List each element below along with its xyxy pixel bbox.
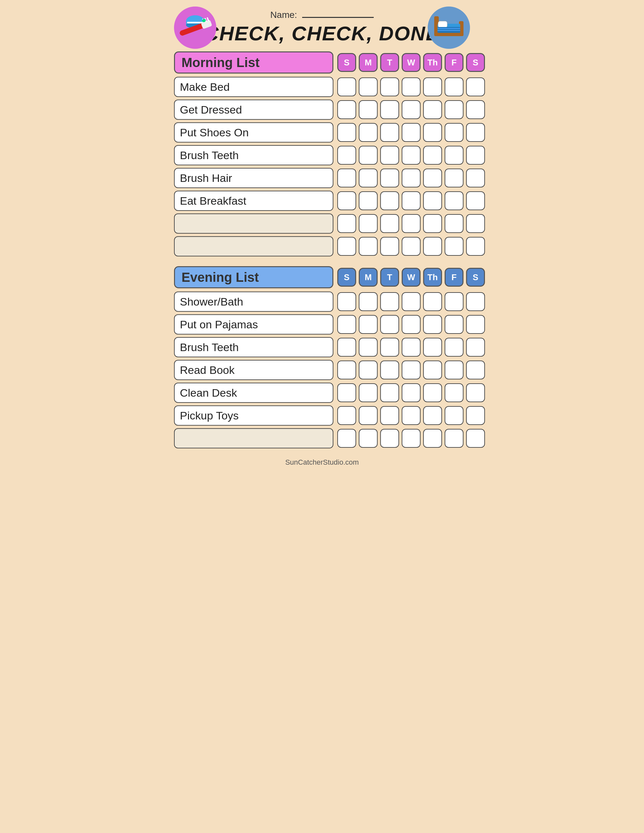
checkbox[interactable] [445, 169, 464, 187]
checkbox[interactable] [423, 338, 442, 357]
checkbox[interactable] [337, 315, 356, 334]
checkbox[interactable] [423, 214, 442, 233]
checkbox[interactable] [401, 146, 421, 165]
checkbox[interactable] [380, 338, 399, 357]
checkbox[interactable] [466, 169, 485, 187]
checkbox[interactable] [359, 123, 377, 142]
checkbox[interactable] [401, 100, 421, 119]
checkbox[interactable] [380, 169, 399, 187]
checkbox[interactable] [359, 383, 377, 402]
checkbox[interactable] [466, 315, 485, 334]
checkbox[interactable] [401, 214, 421, 233]
checkbox[interactable] [445, 77, 464, 96]
checkbox[interactable] [359, 315, 377, 334]
checkbox[interactable] [380, 123, 399, 142]
checkbox[interactable] [337, 360, 356, 380]
checkbox[interactable] [423, 292, 442, 311]
checkbox[interactable] [466, 100, 485, 119]
checkbox[interactable] [423, 77, 442, 96]
checkbox[interactable] [359, 214, 377, 233]
checkbox[interactable] [401, 123, 421, 142]
checkbox[interactable] [401, 429, 421, 448]
checkbox[interactable] [401, 360, 421, 380]
checkbox[interactable] [423, 315, 442, 334]
checkbox[interactable] [445, 360, 464, 380]
checkbox[interactable] [337, 292, 356, 311]
checkbox[interactable] [445, 100, 464, 119]
checkbox[interactable] [423, 100, 442, 119]
checkbox[interactable] [401, 338, 421, 357]
checkbox[interactable] [380, 191, 399, 210]
checkbox[interactable] [445, 429, 464, 448]
checkbox[interactable] [466, 406, 485, 425]
checkbox[interactable] [359, 338, 377, 357]
checkbox[interactable] [380, 383, 399, 402]
checkbox[interactable] [423, 169, 442, 187]
checkbox[interactable] [380, 214, 399, 233]
checkbox[interactable] [337, 429, 356, 448]
checkbox[interactable] [466, 292, 485, 311]
checkbox[interactable] [445, 406, 464, 425]
checkbox[interactable] [445, 292, 464, 311]
checkbox[interactable] [337, 214, 356, 233]
checkbox[interactable] [359, 406, 377, 425]
checkbox[interactable] [401, 292, 421, 311]
checkbox[interactable] [359, 191, 377, 210]
checkbox[interactable] [337, 406, 356, 425]
checkbox[interactable] [380, 360, 399, 380]
checkbox[interactable] [466, 123, 485, 142]
checkbox[interactable] [380, 77, 399, 96]
checkbox[interactable] [445, 191, 464, 210]
checkbox[interactable] [337, 191, 356, 210]
checkbox[interactable] [337, 383, 356, 402]
checkbox[interactable] [445, 315, 464, 334]
checkbox[interactable] [337, 237, 356, 256]
checkbox[interactable] [380, 100, 399, 119]
checkbox[interactable] [401, 77, 421, 96]
checkbox[interactable] [359, 292, 377, 311]
checkbox[interactable] [380, 237, 399, 256]
checkbox[interactable] [337, 77, 356, 96]
checkbox[interactable] [466, 191, 485, 210]
checkbox[interactable] [466, 338, 485, 357]
checkbox[interactable] [423, 383, 442, 402]
checkbox[interactable] [380, 292, 399, 311]
checkbox[interactable] [445, 214, 464, 233]
checkbox[interactable] [401, 315, 421, 334]
checkbox[interactable] [359, 237, 377, 256]
checkbox[interactable] [423, 429, 442, 448]
checkbox[interactable] [401, 237, 421, 256]
checkbox[interactable] [401, 191, 421, 210]
checkbox[interactable] [401, 169, 421, 187]
checkbox[interactable] [359, 360, 377, 380]
checkbox[interactable] [423, 406, 442, 425]
checkbox[interactable] [380, 429, 399, 448]
checkbox[interactable] [337, 169, 356, 187]
checkbox[interactable] [466, 360, 485, 380]
checkbox[interactable] [401, 406, 421, 425]
checkbox[interactable] [445, 237, 464, 256]
checkbox[interactable] [445, 338, 464, 357]
checkbox[interactable] [380, 315, 399, 334]
checkbox[interactable] [359, 169, 377, 187]
checkbox[interactable] [337, 338, 356, 357]
checkbox[interactable] [445, 123, 464, 142]
checkbox[interactable] [423, 191, 442, 210]
checkbox[interactable] [445, 146, 464, 165]
checkbox[interactable] [380, 146, 399, 165]
checkbox[interactable] [359, 100, 377, 119]
checkbox[interactable] [401, 383, 421, 402]
checkbox[interactable] [359, 77, 377, 96]
checkbox[interactable] [466, 383, 485, 402]
checkbox[interactable] [380, 406, 399, 425]
checkbox[interactable] [423, 146, 442, 165]
checkbox[interactable] [466, 77, 485, 96]
checkbox[interactable] [423, 360, 442, 380]
checkbox[interactable] [466, 429, 485, 448]
checkbox[interactable] [337, 123, 356, 142]
checkbox[interactable] [337, 100, 356, 119]
checkbox[interactable] [466, 146, 485, 165]
checkbox[interactable] [445, 383, 464, 402]
checkbox[interactable] [359, 429, 377, 448]
checkbox[interactable] [466, 237, 485, 256]
